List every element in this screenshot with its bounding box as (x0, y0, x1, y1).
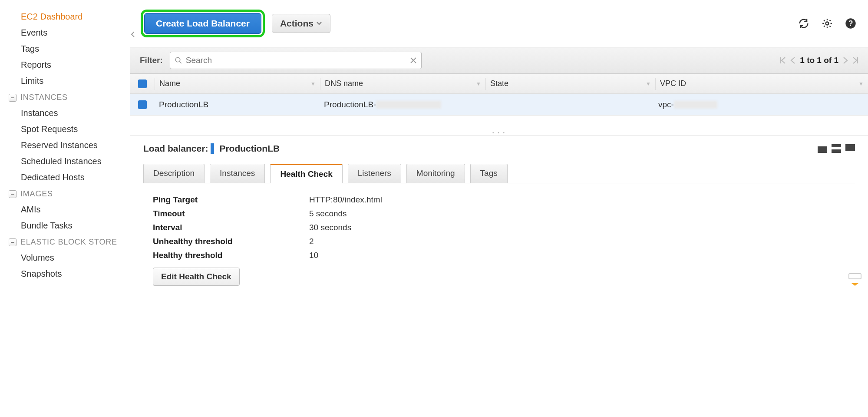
nav-volumes[interactable]: Volumes (3, 250, 130, 266)
pager: 1 to 1 of 1 (780, 56, 858, 65)
create-load-balancer-button[interactable]: Create Load Balancer (144, 13, 261, 34)
filter-label: Filter: (140, 56, 163, 65)
svg-rect-5 (849, 274, 861, 279)
status-indicator (211, 143, 214, 154)
kv-key: Unhealthy threshold (153, 237, 309, 246)
minus-icon: − (9, 238, 17, 246)
nav-bundle-tasks[interactable]: Bundle Tasks (3, 218, 130, 234)
gear-icon (822, 18, 833, 29)
search-icon (175, 56, 182, 64)
tab-health-check[interactable]: Health Check (270, 164, 342, 183)
nav-tags[interactable]: Tags (3, 41, 130, 57)
nav-group-instances[interactable]: − INSTANCES (3, 89, 130, 105)
detail-title-name: ProductionLB (219, 143, 280, 154)
nav-amis[interactable]: AMIs (3, 202, 130, 218)
kv-key: Healthy threshold (153, 251, 309, 260)
svg-point-0 (826, 22, 829, 25)
nav-snapshots[interactable]: Snapshots (3, 266, 130, 282)
layout-bottom-button[interactable] (845, 144, 855, 153)
search-input[interactable] (186, 56, 410, 65)
sort-icon: ▼ (310, 81, 316, 87)
kv-val: 30 seconds (309, 223, 351, 232)
column-header-state[interactable]: State▼ (486, 79, 655, 88)
main-content: Create Load Balancer Actions ? Filter: (130, 0, 868, 299)
help-icon: ? (845, 17, 857, 30)
close-icon (410, 57, 417, 64)
nav-limits[interactable]: Limits (3, 73, 130, 89)
actions-dropdown-button[interactable]: Actions (272, 14, 330, 33)
detail-panel: Load balancer: ProductionLB Description … (130, 136, 868, 299)
nav-group-images[interactable]: − IMAGES (3, 185, 130, 202)
pager-last-button[interactable] (852, 57, 858, 64)
redacted-text (376, 101, 441, 109)
kv-key: Timeout (153, 209, 309, 218)
kv-val: HTTP:80/index.html (309, 195, 382, 205)
layout-top-button[interactable] (818, 144, 827, 153)
detail-tabs: Description Instances Health Check Liste… (143, 163, 855, 183)
minus-icon: − (9, 94, 17, 102)
tab-listeners[interactable]: Listeners (348, 164, 401, 183)
select-all-checkbox[interactable] (138, 79, 147, 88)
kv-val: 2 (309, 237, 314, 246)
kv-key: Interval (153, 223, 309, 232)
cell-dns: ProductionLB- (320, 100, 485, 109)
nav-reports[interactable]: Reports (3, 57, 130, 73)
nav-instances[interactable]: Instances (3, 105, 130, 121)
kv-val: 10 (309, 251, 318, 260)
row-checkbox[interactable] (138, 100, 147, 109)
nav-group-ebs[interactable]: − ELASTIC BLOCK STORE (3, 234, 130, 250)
pager-text: 1 to 1 of 1 (800, 56, 838, 65)
tab-monitoring[interactable]: Monitoring (406, 164, 465, 183)
column-header-dns[interactable]: DNS name▼ (320, 79, 485, 88)
chevron-down-icon (316, 21, 322, 26)
tab-tags[interactable]: Tags (470, 164, 508, 183)
tab-instances[interactable]: Instances (210, 164, 265, 183)
highlight-box: Create Load Balancer (141, 10, 265, 37)
cell-name: ProductionLB (155, 100, 320, 109)
nav-ec2-dashboard[interactable]: EC2 Dashboard (3, 9, 130, 25)
settings-button[interactable] (819, 16, 835, 31)
sort-icon: ▼ (646, 81, 651, 87)
clear-search-button[interactable] (410, 57, 417, 64)
nav-spot-requests[interactable]: Spot Requests (3, 121, 130, 137)
pager-prev-button[interactable] (790, 57, 795, 64)
nav-dedicated-hosts[interactable]: Dedicated Hosts (3, 169, 130, 185)
load-balancer-table: Name▼ DNS name▼ State▼ VPC ID▼ Productio… (130, 74, 868, 136)
svg-line-4 (179, 61, 182, 63)
kv-val: 5 seconds (309, 209, 347, 218)
kv-key: Ping Target (153, 195, 309, 205)
tab-description[interactable]: Description (143, 164, 205, 183)
sidebar: EC2 Dashboard Events Tags Reports Limits… (0, 0, 130, 299)
nav-events[interactable]: Events (3, 25, 130, 41)
refresh-button[interactable] (796, 16, 812, 31)
table-row[interactable]: ProductionLB ProductionLB- vpc- (130, 94, 868, 116)
edit-health-check-button[interactable]: Edit Health Check (153, 268, 240, 286)
health-check-table: Ping TargetHTTP:80/index.html Timeout5 s… (153, 193, 855, 286)
collapse-sidebar-button[interactable] (128, 30, 138, 39)
minus-icon: − (9, 190, 17, 198)
toolbar: Create Load Balancer Actions ? (130, 0, 868, 47)
help-button[interactable]: ? (843, 16, 858, 31)
cell-vpc: vpc- (654, 100, 868, 109)
column-header-name[interactable]: Name▼ (155, 79, 320, 88)
pager-first-button[interactable] (780, 57, 786, 64)
column-header-vpc[interactable]: VPC ID▼ (656, 79, 868, 88)
nav-group-label: INSTANCES (20, 93, 68, 102)
resize-handle[interactable]: • • • (130, 130, 868, 136)
actions-label: Actions (280, 18, 314, 29)
nav-reserved-instances[interactable]: Reserved Instances (3, 137, 130, 153)
nav-group-label: IMAGES (20, 189, 53, 199)
svg-point-3 (175, 57, 180, 62)
refresh-icon (798, 17, 810, 30)
search-container (170, 52, 422, 69)
feedback-button[interactable] (846, 273, 864, 286)
redacted-text (674, 101, 717, 109)
pager-next-button[interactable] (843, 57, 848, 64)
layout-split-button[interactable] (832, 144, 841, 153)
nav-scheduled-instances[interactable]: Scheduled Instances (3, 153, 130, 169)
nav-group-label: ELASTIC BLOCK STORE (20, 238, 117, 247)
detail-title-label: Load balancer: (143, 143, 208, 154)
sort-icon: ▼ (476, 81, 481, 87)
filter-bar: Filter: 1 to 1 of 1 (130, 47, 868, 74)
svg-text:?: ? (848, 19, 853, 28)
